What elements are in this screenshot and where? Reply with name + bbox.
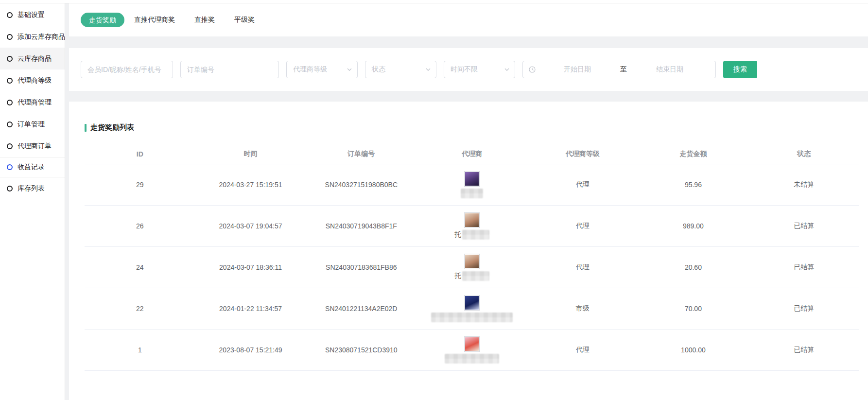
tab-平级奖[interactable]: 平级奖 [234, 16, 255, 24]
agent-nickname [461, 189, 483, 198]
tabs-bar: 走货奖励 直推代理商奖 直推奖 平级奖 [69, 3, 868, 36]
sidebar-item-label: 收益记录 [17, 163, 45, 172]
tab-走货奖励[interactable]: 走货奖励 [81, 13, 124, 27]
sidebar-item-订单管理[interactable]: 订单管理 [0, 113, 65, 135]
sidebar-item-label: 代理商等级 [17, 76, 52, 85]
cell-agent [417, 295, 527, 322]
censored-nickname [462, 271, 489, 281]
table-header-cell: 时间 [195, 150, 306, 158]
order-no-input[interactable] [180, 61, 279, 78]
cell-order-no: SN2401221134A2E02D [306, 305, 417, 313]
agent-avatar-image [465, 213, 479, 227]
radio-circle-icon [7, 186, 13, 191]
top-divider [0, 0, 868, 3]
sidebar-item-label: 订单管理 [17, 120, 45, 129]
radio-circle-icon [7, 78, 13, 84]
status-select-value: 状态 [372, 65, 385, 74]
sidebar-item-label: 代理商订单 [17, 142, 52, 151]
search-button[interactable]: 搜索 [723, 61, 757, 78]
agent-level-select[interactable]: 代理商等级 [286, 61, 358, 78]
radio-circle-icon [7, 122, 13, 127]
agent-avatar-image [465, 337, 479, 351]
cell-agent [417, 171, 527, 198]
censored-nickname [445, 354, 499, 364]
cell-amount: 989.00 [638, 222, 749, 230]
cell-amount: 70.00 [638, 305, 749, 313]
cell-id: 24 [85, 263, 195, 271]
cell-status: 未结算 [748, 180, 859, 189]
cell-agent-level: 代理 [527, 346, 638, 354]
cell-status: 已结算 [748, 263, 859, 272]
cell-status: 已结算 [748, 346, 859, 354]
table-header-row: ID时间订单编号代理商代理商等级走货金额状态 [85, 144, 859, 164]
radio-circle-icon [7, 12, 13, 18]
section-title-text: 走货奖励列表 [90, 123, 134, 132]
table-row: 29 2024-03-27 15:19:51 SN240327151980B0B… [85, 164, 859, 206]
sidebar-item-label: 云库存商品 [17, 54, 52, 63]
end-date-placeholder[interactable]: 结束日期 [630, 65, 710, 74]
agent-avatar [464, 336, 480, 352]
cell-agent: 托 [417, 212, 527, 240]
cell-status: 已结算 [748, 304, 859, 313]
section-title: 走货奖励列表 [85, 123, 859, 132]
table-header-cell: 状态 [748, 150, 859, 158]
date-range-picker[interactable]: 开始日期 至 结束日期 [522, 61, 716, 78]
table-header-cell: ID [85, 150, 195, 158]
time-range-select[interactable]: 时间不限 [444, 61, 515, 78]
cell-time: 2024-03-07 18:36:11 [195, 263, 306, 271]
agent-avatar [464, 212, 480, 228]
cell-agent-level: 代理 [527, 263, 638, 272]
start-date-placeholder[interactable]: 开始日期 [538, 65, 617, 74]
cell-id: 22 [85, 305, 195, 313]
table-row: 26 2024-03-07 19:04:57 SN24030719043B8F1… [85, 206, 859, 247]
sidebar-item-label: 添加云库存商品 [17, 33, 65, 41]
sidebar-item-代理商等级[interactable]: 代理商等级 [0, 70, 65, 91]
sidebar-item-添加云库存商品[interactable]: 添加云库存商品 [0, 26, 65, 48]
sidebar-item-代理商管理[interactable]: 代理商管理 [0, 91, 65, 113]
cell-agent [417, 336, 527, 364]
cell-time: 2023-08-07 15:21:49 [195, 346, 306, 354]
agent-avatar [464, 295, 480, 311]
sidebar-item-收益记录[interactable]: 收益记录 [0, 157, 65, 177]
cell-order-no: SN240307183681FB86 [306, 263, 417, 271]
time-range-select-value: 时间不限 [451, 65, 478, 74]
page-layout: 基础设置 添加云库存商品 云库存商品 代理商等级 代理商管理 订单管理 代理商订… [0, 3, 868, 400]
cell-time: 2024-03-07 19:04:57 [195, 222, 306, 230]
member-search-input[interactable] [81, 61, 173, 78]
filter-bar: 代理商等级 状态 时间不限 开始日期 至 结束日期 搜索 [69, 48, 868, 91]
clock-icon [529, 66, 536, 73]
agent-avatar-image [465, 172, 479, 186]
cell-order-no: SN24030719043B8F1F [306, 222, 417, 230]
cell-amount: 20.60 [638, 263, 749, 271]
sidebar-item-label: 库存列表 [17, 184, 45, 193]
cell-id: 26 [85, 222, 195, 230]
status-select[interactable]: 状态 [365, 61, 436, 78]
sidebar-item-云库存商品[interactable]: 云库存商品 [0, 48, 65, 70]
radio-circle-icon [7, 100, 13, 105]
sidebar-item-基础设置[interactable]: 基础设置 [0, 4, 65, 26]
censored-nickname [431, 313, 513, 322]
table-header-cell: 代理商等级 [527, 150, 638, 158]
sidebar-item-代理商订单[interactable]: 代理商订单 [0, 135, 65, 157]
chevron-down-icon [504, 67, 510, 72]
chevron-down-icon [347, 67, 352, 72]
table-header-cell: 代理商 [417, 150, 527, 158]
cell-agent: 托 [417, 254, 527, 281]
censored-nickname [461, 189, 483, 198]
table-row: 24 2024-03-07 18:36:11 SN240307183681FB8… [85, 247, 859, 288]
agent-nickname: 托 [454, 230, 489, 240]
cell-amount: 95.96 [638, 181, 749, 189]
cell-id: 1 [85, 346, 195, 354]
sidebar-item-库存列表[interactable]: 库存列表 [0, 177, 65, 199]
table-row: 22 2024-01-22 11:34:57 SN2401221134A2E02… [85, 288, 859, 330]
tab-直推奖[interactable]: 直推奖 [194, 16, 215, 24]
agent-nickname [431, 313, 513, 322]
agent-avatar-image [465, 255, 479, 268]
cell-time: 2024-03-27 15:19:51 [195, 181, 306, 189]
cell-id: 29 [85, 181, 195, 189]
radio-circle-icon [7, 143, 13, 149]
tab-直推代理商奖[interactable]: 直推代理商奖 [134, 16, 175, 24]
table-row: 1 2023-08-07 15:21:49 SN2308071521CD3910… [85, 330, 859, 371]
cell-time: 2024-01-22 11:34:57 [195, 305, 306, 313]
reward-list-card: 走货奖励列表 ID时间订单编号代理商代理商等级走货金额状态 29 2024-03… [69, 102, 868, 400]
